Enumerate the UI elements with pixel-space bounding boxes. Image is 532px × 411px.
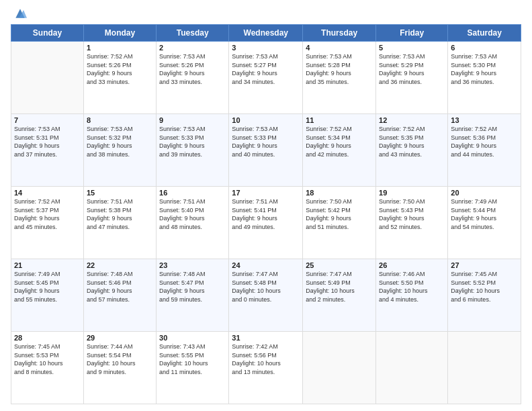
day-number: 21 [14,261,81,269]
page: SundayMondayTuesdayWednesdayThursdayFrid… [0,0,532,411]
weekday-header: Monday [83,25,156,42]
day-number: 19 [379,189,445,197]
day-info: Sunrise: 7:53 AMSunset: 5:30 PMDaylight:… [451,52,518,86]
calendar-cell: 8Sunrise: 7:53 AMSunset: 5:32 PMDaylight… [83,114,156,187]
calendar-cell: 11Sunrise: 7:52 AMSunset: 5:34 PMDayligh… [303,114,376,187]
day-info: Sunrise: 7:53 AMSunset: 5:33 PMDaylight:… [159,125,226,158]
calendar-cell: 30Sunrise: 7:43 AMSunset: 5:55 PMDayligh… [157,332,229,404]
calendar-cell: 18Sunrise: 7:50 AMSunset: 5:42 PMDayligh… [303,187,376,259]
calendar-cell: 25Sunrise: 7:47 AMSunset: 5:49 PMDayligh… [303,259,376,332]
day-info: Sunrise: 7:53 AMSunset: 5:32 PMDaylight:… [87,125,153,158]
calendar-cell [376,332,448,404]
day-info: Sunrise: 7:45 AMSunset: 5:53 PMDaylight:… [14,342,81,376]
day-info: Sunrise: 7:49 AMSunset: 5:44 PMDaylight:… [451,197,518,231]
day-info: Sunrise: 7:53 AMSunset: 5:28 PMDaylight:… [306,52,373,86]
day-info: Sunrise: 7:52 AMSunset: 5:34 PMDaylight:… [306,125,373,158]
day-info: Sunrise: 7:49 AMSunset: 5:45 PMDaylight:… [14,270,81,304]
calendar-cell: 19Sunrise: 7:50 AMSunset: 5:43 PMDayligh… [376,187,448,259]
day-number: 5 [379,44,445,52]
calendar-cell: 27Sunrise: 7:45 AMSunset: 5:52 PMDayligh… [448,259,521,332]
day-number: 15 [87,189,153,197]
calendar-cell: 2Sunrise: 7:53 AMSunset: 5:26 PMDaylight… [157,42,229,114]
logo-icon [13,7,27,20]
calendar-cell: 29Sunrise: 7:44 AMSunset: 5:54 PMDayligh… [83,332,156,404]
day-number: 22 [87,261,153,269]
day-number: 23 [159,261,226,269]
calendar-cell: 23Sunrise: 7:48 AMSunset: 5:47 PMDayligh… [157,259,229,332]
calendar-cell: 24Sunrise: 7:47 AMSunset: 5:48 PMDayligh… [229,259,303,332]
calendar-cell: 9Sunrise: 7:53 AMSunset: 5:33 PMDaylight… [157,114,229,187]
day-info: Sunrise: 7:51 AMSunset: 5:41 PMDaylight:… [232,197,300,231]
day-info: Sunrise: 7:52 AMSunset: 5:26 PMDaylight:… [87,52,153,86]
day-info: Sunrise: 7:52 AMSunset: 5:36 PMDaylight:… [451,125,518,158]
day-number: 18 [306,189,373,197]
day-number: 10 [232,116,300,124]
logo-text [11,7,28,20]
day-info: Sunrise: 7:52 AMSunset: 5:37 PMDaylight:… [14,197,81,231]
day-number: 12 [379,116,445,124]
calendar-cell: 31Sunrise: 7:42 AMSunset: 5:56 PMDayligh… [229,332,303,404]
day-info: Sunrise: 7:50 AMSunset: 5:43 PMDaylight:… [379,197,445,231]
calendar-cell: 16Sunrise: 7:51 AMSunset: 5:40 PMDayligh… [157,187,229,259]
day-number: 3 [232,44,300,52]
day-info: Sunrise: 7:47 AMSunset: 5:48 PMDaylight:… [232,270,300,304]
day-info: Sunrise: 7:53 AMSunset: 5:26 PMDaylight:… [159,52,226,86]
weekday-header: Friday [376,25,448,42]
day-number: 24 [232,261,300,269]
calendar-cell: 5Sunrise: 7:53 AMSunset: 5:29 PMDaylight… [376,42,448,114]
weekday-header: Thursday [303,25,376,42]
calendar-cell: 1Sunrise: 7:52 AMSunset: 5:26 PMDaylight… [83,42,156,114]
day-info: Sunrise: 7:51 AMSunset: 5:38 PMDaylight:… [87,197,153,231]
day-number: 9 [159,116,226,124]
calendar-cell: 6Sunrise: 7:53 AMSunset: 5:30 PMDaylight… [448,42,521,114]
calendar-cell [448,332,521,404]
calendar-cell: 7Sunrise: 7:53 AMSunset: 5:31 PMDaylight… [11,114,84,187]
calendar-cell: 26Sunrise: 7:46 AMSunset: 5:50 PMDayligh… [376,259,448,332]
day-number: 26 [379,261,445,269]
day-info: Sunrise: 7:43 AMSunset: 5:55 PMDaylight:… [159,342,226,376]
calendar-cell: 21Sunrise: 7:49 AMSunset: 5:45 PMDayligh… [11,259,84,332]
day-number: 6 [451,44,518,52]
day-number: 7 [14,116,81,124]
weekday-header: Tuesday [157,25,229,42]
day-number: 28 [14,334,81,342]
day-info: Sunrise: 7:53 AMSunset: 5:31 PMDaylight:… [14,125,81,158]
day-info: Sunrise: 7:50 AMSunset: 5:42 PMDaylight:… [306,197,373,231]
day-info: Sunrise: 7:48 AMSunset: 5:46 PMDaylight:… [87,270,153,304]
day-info: Sunrise: 7:46 AMSunset: 5:50 PMDaylight:… [379,270,445,304]
calendar-cell: 12Sunrise: 7:52 AMSunset: 5:35 PMDayligh… [376,114,448,187]
day-number: 16 [159,189,226,197]
day-info: Sunrise: 7:52 AMSunset: 5:35 PMDaylight:… [379,125,445,158]
calendar-cell: 15Sunrise: 7:51 AMSunset: 5:38 PMDayligh… [83,187,156,259]
day-number: 13 [451,116,518,124]
day-info: Sunrise: 7:53 AMSunset: 5:29 PMDaylight:… [379,52,445,86]
logo [11,7,28,20]
day-number: 11 [306,116,373,124]
day-number: 8 [87,116,153,124]
day-number: 31 [232,334,300,342]
day-number: 4 [306,44,373,52]
day-number: 17 [232,189,300,197]
day-number: 30 [159,334,226,342]
day-number: 14 [14,189,81,197]
calendar-cell: 28Sunrise: 7:45 AMSunset: 5:53 PMDayligh… [11,332,84,404]
calendar-cell [11,42,84,114]
day-info: Sunrise: 7:42 AMSunset: 5:56 PMDaylight:… [232,342,300,376]
day-info: Sunrise: 7:45 AMSunset: 5:52 PMDaylight:… [451,270,518,304]
weekday-header: Wednesday [229,25,303,42]
day-number: 2 [159,44,226,52]
calendar-table: SundayMondayTuesdayWednesdayThursdayFrid… [11,24,521,404]
calendar-cell: 3Sunrise: 7:53 AMSunset: 5:27 PMDaylight… [229,42,303,114]
calendar-cell: 4Sunrise: 7:53 AMSunset: 5:28 PMDaylight… [303,42,376,114]
calendar-cell: 20Sunrise: 7:49 AMSunset: 5:44 PMDayligh… [448,187,521,259]
calendar-cell [303,332,376,404]
day-number: 25 [306,261,373,269]
day-info: Sunrise: 7:51 AMSunset: 5:40 PMDaylight:… [159,197,226,231]
day-info: Sunrise: 7:53 AMSunset: 5:27 PMDaylight:… [232,52,300,86]
day-number: 1 [87,44,153,52]
day-info: Sunrise: 7:47 AMSunset: 5:49 PMDaylight:… [306,270,373,304]
day-number: 27 [451,261,518,269]
weekday-header: Sunday [11,25,84,42]
calendar-cell: 13Sunrise: 7:52 AMSunset: 5:36 PMDayligh… [448,114,521,187]
day-number: 20 [451,189,518,197]
